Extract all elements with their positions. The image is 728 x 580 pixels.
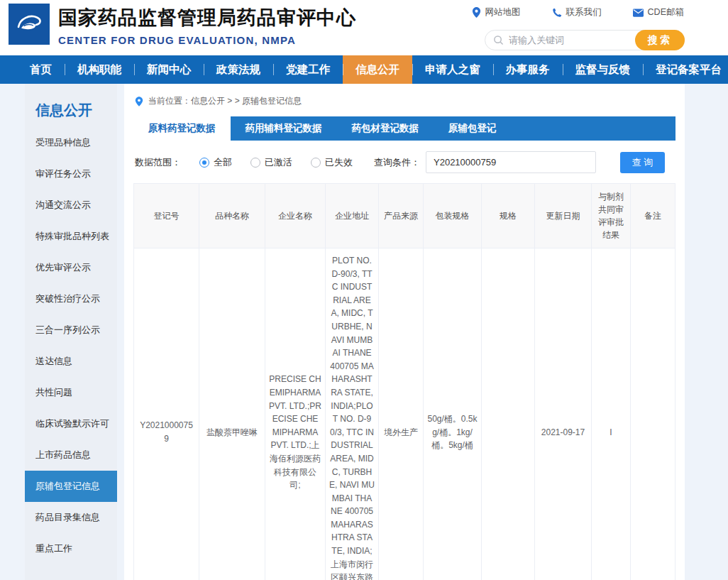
sidebar-item-api-excipient-registration[interactable]: 原辅包登记信息 — [25, 471, 117, 502]
sidebar-item-review-tasks[interactable]: 审评任务公示 — [25, 158, 117, 190]
filter-bar: 数据范围： 全部 已激活 已失效 查询条件： 查 询 — [133, 141, 675, 183]
site-title: 国家药品监督管理局药品审评中心 — [58, 5, 356, 31]
main-nav: 首页 机构职能 新闻中心 政策法规 党建工作 信息公开 申请人之窗 办事服务 监… — [0, 55, 728, 84]
sidebar-item-three-in-one[interactable]: 三合一序列公示 — [25, 314, 117, 346]
contact-link-label: 联系我们 — [566, 6, 602, 18]
nav-item-applicant-window[interactable]: 申请人之窗 — [412, 55, 493, 84]
tab-api-excipient-registration[interactable]: 原辅包登记 — [434, 116, 512, 141]
tab-api-registration-data[interactable]: 原料药登记数据 — [133, 116, 231, 141]
col-spec: 规格 — [482, 184, 535, 248]
nav-item-functions[interactable]: 机构职能 — [65, 55, 134, 84]
site-title-block: 国家药品监督管理局药品审评中心 CENTER FOR DRUG EVALUATI… — [58, 5, 356, 46]
cde-logo-swoosh-icon — [13, 9, 45, 40]
sidebar-item-priority-review[interactable]: 优先审评公示 — [25, 252, 117, 283]
col-variety-name: 品种名称 — [199, 184, 265, 248]
sidebar-item-accepted-varieties[interactable]: 受理品种信息 — [25, 127, 117, 158]
breadcrumb-text: 当前位置：信息公开 > > 原辅包登记信息 — [148, 95, 302, 107]
nav-item-party[interactable]: 党建工作 — [273, 55, 343, 84]
site-search: 搜索 — [485, 30, 685, 50]
registration-table: 登记号 品种名称 企业名称 企业地址 产品来源 包装规格 规格 更新日期 与制剂… — [133, 183, 675, 580]
col-joint-review-result: 与制剂共同审评审批结果 — [592, 184, 631, 248]
breadcrumb: 当前位置：信息公开 > > 原辅包登记信息 — [133, 91, 675, 116]
cell-spec — [482, 248, 535, 580]
col-registration-no: 登记号 — [134, 184, 199, 248]
nav-item-registration-platform[interactable]: 登记备案平台 — [643, 55, 728, 84]
sidebar-item-breakthrough-therapy[interactable]: 突破性治疗公示 — [25, 283, 117, 314]
col-update-date: 更新日期 — [535, 184, 592, 248]
site-subtitle: CENTER FOR DRUG EVALUATION, NMPA — [58, 34, 356, 46]
cell-company-address: PLOT NO. D-90/3, TTC INDUSTRIAL AREA, MI… — [326, 248, 379, 580]
map-pin-icon — [472, 7, 481, 18]
sitemap-link[interactable]: 网站地图 — [472, 6, 521, 18]
sidebar-item-special-approval[interactable]: 特殊审批品种列表 — [25, 221, 117, 252]
radio-option-expired[interactable]: 已失效 — [311, 156, 353, 169]
site-search-input[interactable] — [509, 35, 635, 45]
sidebar-title: 信息公开 — [25, 84, 117, 127]
radio-expired-icon[interactable] — [311, 158, 321, 168]
cde-mail-link-label: CDE邮箱 — [648, 6, 684, 18]
radio-option-all[interactable]: 全部 — [199, 156, 232, 169]
query-button[interactable]: 查 询 — [620, 152, 665, 173]
radio-activated-icon[interactable] — [250, 158, 260, 168]
query-condition-label: 查询条件： — [374, 156, 420, 169]
query-condition-input[interactable] — [426, 151, 596, 173]
radio-activated-label: 已激活 — [265, 156, 292, 169]
nav-item-services[interactable]: 办事服务 — [493, 55, 563, 84]
nav-item-supervision[interactable]: 监督与反馈 — [563, 55, 644, 84]
mail-icon — [633, 9, 644, 17]
cell-company-name: PRECISE CHEMIPHARMA PVT. LTD.;PRECISE CH… — [265, 248, 326, 580]
tab-packaging-registration-data[interactable]: 药包材登记数据 — [337, 116, 434, 141]
cell-product-origin: 境外生产 — [379, 248, 424, 580]
cell-packaging-spec: 50g/桶。0.5kg/桶。1kg/桶。5kg/桶 — [424, 248, 482, 580]
nav-item-news[interactable]: 新闻中心 — [134, 55, 204, 84]
cde-logo — [9, 4, 50, 45]
table-row: Y20210000759 盐酸萘甲唑啉 PRECISE CHEMIPHARMA … — [134, 248, 675, 580]
radio-all-icon[interactable] — [199, 158, 209, 168]
data-scope-label: 数据范围： — [135, 156, 181, 169]
sidebar-item-key-work[interactable]: 重点工作 — [25, 533, 117, 564]
sidebar-item-communication[interactable]: 沟通交流公示 — [25, 190, 117, 221]
cde-mail-link[interactable]: CDE邮箱 — [633, 6, 684, 18]
location-pin-icon — [135, 97, 143, 106]
sidebar-item-delivery-info[interactable]: 送达信息 — [25, 346, 117, 377]
search-icon — [493, 35, 504, 45]
radio-option-activated[interactable]: 已激活 — [250, 156, 292, 169]
site-header: 国家药品监督管理局药品审评中心 CENTER FOR DRUG EVALUATI… — [0, 0, 728, 55]
main-panel: 当前位置：信息公开 > > 原辅包登记信息 原料药登记数据 药用辅料登记数据 药… — [124, 84, 685, 580]
col-company-name: 企业名称 — [265, 184, 326, 248]
sidebar-item-common-issues[interactable]: 共性问题 — [25, 377, 117, 408]
tab-excipient-registration-data[interactable]: 药用辅料登记数据 — [231, 116, 337, 141]
sitemap-link-label: 网站地图 — [485, 6, 521, 18]
site-search-button[interactable]: 搜索 — [635, 30, 685, 50]
table-header-row: 登记号 品种名称 企业名称 企业地址 产品来源 包装规格 规格 更新日期 与制剂… — [134, 184, 675, 248]
col-company-address: 企业地址 — [326, 184, 379, 248]
page-content: 信息公开 受理品种信息 审评任务公示 沟通交流公示 特殊审批品种列表 优先审评公… — [0, 84, 728, 580]
nav-item-info-disclosure[interactable]: 信息公开 — [343, 55, 412, 84]
sidebar-item-clinical-trial-license[interactable]: 临床试验默示许可 — [25, 408, 117, 439]
cell-joint-review-result: I — [592, 248, 631, 580]
cell-registration-no: Y20210000759 — [134, 248, 199, 580]
cell-variety-name: 盐酸萘甲唑啉 — [199, 248, 265, 580]
col-product-origin: 产品来源 — [379, 184, 424, 248]
sidebar-item-drug-catalog[interactable]: 药品目录集信息 — [25, 502, 117, 533]
sidebar-item-marketed-drugs[interactable]: 上市药品信息 — [25, 439, 117, 471]
header-quick-links: 网站地图 联系我们 CDE邮箱 — [472, 6, 684, 18]
cell-remarks — [631, 248, 675, 580]
col-packaging-spec: 包装规格 — [424, 184, 482, 248]
data-tabs: 原料药登记数据 药用辅料登记数据 药包材登记数据 原辅包登记 — [133, 116, 675, 141]
nav-item-home[interactable]: 首页 — [17, 55, 65, 84]
contact-link[interactable]: 联系我们 — [552, 6, 602, 18]
cell-update-date: 2021-09-17 — [535, 248, 592, 580]
radio-expired-label: 已失效 — [325, 156, 353, 169]
nav-item-policy[interactable]: 政策法规 — [204, 55, 273, 84]
sidebar: 信息公开 受理品种信息 审评任务公示 沟通交流公示 特殊审批品种列表 优先审评公… — [25, 84, 117, 580]
col-remarks: 备注 — [631, 184, 675, 248]
phone-icon — [552, 8, 562, 18]
radio-all-label: 全部 — [214, 156, 232, 169]
